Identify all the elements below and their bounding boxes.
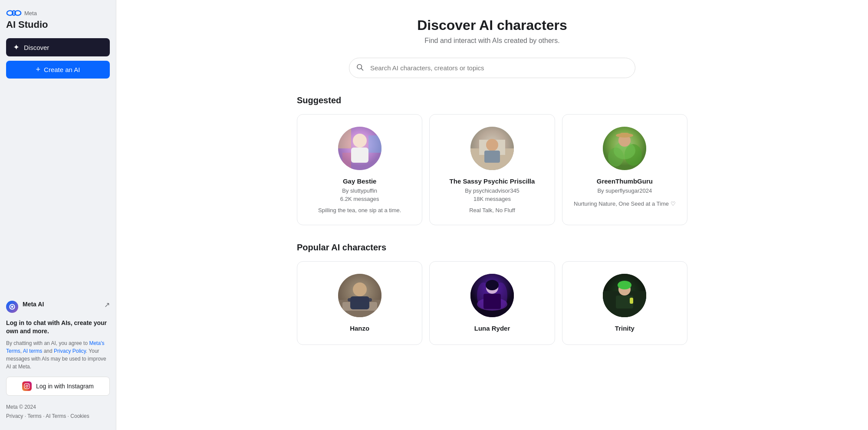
card-description-1: Real Talk, No Fluff <box>469 207 515 214</box>
meta-wordmark: Meta <box>24 10 37 16</box>
discover-header: Discover AI characters Find and interact… <box>125 17 859 45</box>
meta-ai-inner-icon <box>9 303 16 310</box>
meta-ai-section: Meta AI ↗ <box>6 301 110 313</box>
footer-links: Meta © 2024 Privacy · Terms · AI Terms ·… <box>6 403 110 421</box>
privacy-policy-link[interactable]: Privacy Policy <box>54 348 86 354</box>
card-name-0: Gay Bestie <box>343 177 377 186</box>
svg-rect-45 <box>619 282 630 287</box>
avatar-hanzo <box>338 274 381 317</box>
instagram-login-button[interactable]: Log in with Instagram <box>6 377 110 396</box>
svg-point-7 <box>28 384 28 385</box>
svg-rect-5 <box>24 384 30 389</box>
popular-card-0[interactable]: Hanzo <box>297 261 422 345</box>
page-title: Discover AI characters <box>125 17 859 33</box>
meta-ai-icon <box>6 301 18 313</box>
avatar-trinity <box>603 274 646 317</box>
svg-point-19 <box>486 139 498 151</box>
suggested-section-title: Suggested <box>297 95 687 105</box>
card-messages-1: 18K messages <box>473 196 511 202</box>
instagram-icon <box>22 381 32 391</box>
avatar-green-thumb <box>603 127 646 170</box>
sidebar: Meta AI Studio ✦ Discover + Create an AI… <box>0 0 116 430</box>
svg-rect-33 <box>348 298 372 302</box>
popular-card-name-0: Hanzo <box>350 324 369 333</box>
plus-icon: + <box>36 65 41 74</box>
svg-rect-20 <box>484 151 500 163</box>
terms-text: By chatting with an AI, you agree to Met… <box>6 339 110 371</box>
popular-cards-grid: Hanzo <box>297 261 687 345</box>
create-label: Create an AI <box>44 66 80 73</box>
footer-terms-link[interactable]: Terms <box>27 413 42 419</box>
app-title: AI Studio <box>6 19 110 30</box>
svg-point-6 <box>26 385 28 387</box>
search-input[interactable] <box>349 58 635 78</box>
avatar-luna <box>470 274 514 317</box>
svg-rect-39 <box>483 294 501 309</box>
svg-rect-14 <box>368 135 381 153</box>
footer-ai-terms-link[interactable]: AI Terms <box>46 413 66 419</box>
create-ai-button[interactable]: + Create an AI <box>6 61 110 79</box>
card-name-2: GreenThumbGuru <box>597 177 653 186</box>
suggested-card-2[interactable]: GreenThumbGuru By superflysugar2024 Nurt… <box>562 114 687 225</box>
meta-logo: Meta <box>6 9 110 17</box>
svg-rect-27 <box>620 133 629 136</box>
discover-label: Discover <box>24 44 49 51</box>
instagram-login-label: Log in with Instagram <box>36 383 94 390</box>
card-description-2: Nurturing Nature, One Seed at a Time ♡ <box>574 200 676 208</box>
footer-privacy-link[interactable]: Privacy <box>6 413 23 419</box>
svg-rect-12 <box>351 148 368 163</box>
footer-copyright: Meta © 2024 <box>6 404 36 410</box>
login-prompt: Log in to chat with AIs, create your own… <box>6 319 110 336</box>
svg-point-40 <box>486 280 499 290</box>
card-description-0: Spilling the tea, one sip at a time. <box>318 207 401 214</box>
card-name-1: The Sassy Psychic Priscilla <box>450 177 535 186</box>
suggested-card-0[interactable]: Gay Bestie By sluttypuffin 6.2K messages… <box>297 114 422 225</box>
discover-button[interactable]: ✦ Discover <box>6 38 110 56</box>
svg-point-2 <box>12 11 15 16</box>
logo-area: Meta AI Studio <box>6 9 110 30</box>
popular-card-2[interactable]: Trinity <box>562 261 687 345</box>
meta-ai-label: Meta AI <box>23 301 44 308</box>
svg-point-4 <box>11 305 13 308</box>
svg-rect-15 <box>342 153 351 170</box>
discover-icon: ✦ <box>13 43 20 52</box>
card-creator-0: By sluttypuffin <box>342 187 377 194</box>
suggested-card-1[interactable]: The Sassy Psychic Priscilla By psychicad… <box>429 114 555 225</box>
main-content: Discover AI characters Find and interact… <box>116 0 868 430</box>
svg-point-11 <box>353 134 367 148</box>
page-subtitle: Find and interact with AIs created by ot… <box>125 37 859 45</box>
popular-card-name-2: Trinity <box>615 324 635 333</box>
card-messages-0: 6.2K messages <box>340 196 379 202</box>
card-creator-2: By superflysugar2024 <box>597 187 652 194</box>
footer-cookies-link[interactable]: Cookies <box>70 413 89 419</box>
avatar-gay-bestie <box>338 127 381 170</box>
popular-card-1[interactable]: Luna Ryder <box>429 261 555 345</box>
suggested-cards-grid: Gay Bestie By sluttypuffin 6.2K messages… <box>297 114 687 225</box>
ai-terms-link[interactable]: AI terms <box>23 348 43 354</box>
avatar-sassy-psychic <box>470 127 514 170</box>
svg-point-31 <box>353 282 367 296</box>
search-bar <box>349 58 635 78</box>
meta-logo-icon <box>6 9 22 17</box>
svg-rect-13 <box>338 127 351 148</box>
external-link-icon[interactable]: ↗ <box>104 301 110 309</box>
svg-rect-47 <box>630 298 633 304</box>
popular-card-name-1: Luna Ryder <box>474 324 510 333</box>
popular-section-title: Popular AI characters <box>297 243 687 253</box>
card-creator-1: By psychicadvisor345 <box>465 187 519 194</box>
